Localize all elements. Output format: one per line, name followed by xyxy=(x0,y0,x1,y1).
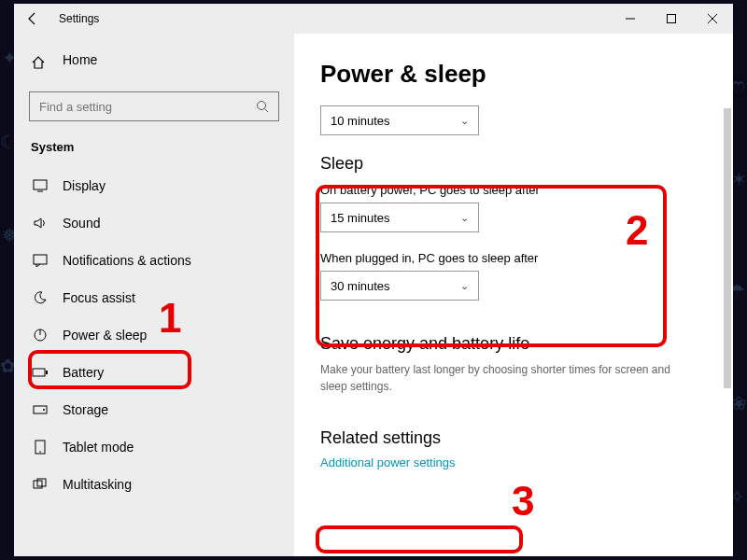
svg-point-4 xyxy=(258,102,266,110)
settings-window: Settings Home System Display Sou xyxy=(14,4,733,556)
sidebar: Home System Display Sound Notifications … xyxy=(14,34,294,556)
sidebar-item-notifications[interactable]: Notifications & actions xyxy=(14,242,294,279)
search-icon xyxy=(256,100,269,113)
sidebar-item-sound[interactable]: Sound xyxy=(14,204,294,242)
power-icon xyxy=(31,328,49,343)
battery-sleep-label: On battery power, PC goes to sleep after xyxy=(320,183,714,197)
nav-label: Power & sleep xyxy=(63,328,147,343)
titlebar: Settings xyxy=(14,4,733,34)
screen-timeout-dropdown[interactable]: 10 minutes ⌄ xyxy=(320,105,479,135)
svg-rect-8 xyxy=(34,255,47,264)
plugged-sleep-label: When plugged in, PC goes to sleep after xyxy=(320,251,714,265)
maximize-button[interactable] xyxy=(651,4,692,34)
window-title: Settings xyxy=(59,12,99,25)
dropdown-value: 15 minutes xyxy=(331,211,390,225)
additional-power-settings-link[interactable]: Additional power settings xyxy=(320,455,456,469)
scrollbar-thumb[interactable] xyxy=(724,108,731,388)
home-icon xyxy=(31,55,49,70)
dropdown-value: 30 minutes xyxy=(331,279,390,293)
chevron-down-icon: ⌄ xyxy=(460,280,469,292)
svg-rect-11 xyxy=(33,369,45,376)
nav-label: Focus assist xyxy=(63,290,135,305)
nav-label: Sound xyxy=(63,216,100,231)
notifications-icon xyxy=(31,254,49,267)
save-energy-desc: Make your battery last longer by choosin… xyxy=(320,361,694,395)
nav-label: Multitasking xyxy=(63,477,132,492)
back-button[interactable] xyxy=(14,4,51,34)
display-icon xyxy=(31,179,49,192)
storage-icon xyxy=(31,403,49,416)
svg-rect-6 xyxy=(34,180,47,189)
page-title: Power & sleep xyxy=(320,60,714,89)
nav-label: Tablet mode xyxy=(63,440,134,455)
close-button[interactable] xyxy=(692,4,733,34)
nav-label: Storage xyxy=(63,402,108,417)
content-area: Power & sleep 10 minutes ⌄ Sleep On batt… xyxy=(294,34,733,556)
home-label: Home xyxy=(63,52,97,67)
svg-line-5 xyxy=(265,109,269,113)
sidebar-item-storage[interactable]: Storage xyxy=(14,391,294,428)
tablet-icon xyxy=(31,440,49,455)
nav-label: Notifications & actions xyxy=(63,253,191,268)
focus-assist-icon xyxy=(31,290,49,305)
chevron-down-icon: ⌄ xyxy=(460,212,469,224)
dropdown-value: 10 minutes xyxy=(331,114,390,128)
sidebar-item-battery[interactable]: Battery xyxy=(14,354,294,391)
svg-point-16 xyxy=(39,451,41,453)
multitasking-icon xyxy=(31,478,49,491)
sidebar-item-tablet-mode[interactable]: Tablet mode xyxy=(14,428,294,466)
svg-rect-1 xyxy=(668,15,676,23)
battery-sleep-dropdown[interactable]: 15 minutes ⌄ xyxy=(320,203,479,232)
search-input[interactable] xyxy=(39,100,256,114)
chevron-down-icon: ⌄ xyxy=(460,115,469,127)
search-input-container[interactable] xyxy=(29,91,279,121)
svg-point-14 xyxy=(43,409,45,411)
sidebar-section-system: System xyxy=(14,134,294,167)
sidebar-item-power-sleep[interactable]: Power & sleep xyxy=(14,316,294,354)
svg-rect-12 xyxy=(46,371,48,374)
battery-icon xyxy=(31,367,49,378)
sound-icon xyxy=(31,217,49,230)
sidebar-item-display[interactable]: Display xyxy=(14,167,294,204)
sidebar-item-multitasking[interactable]: Multitasking xyxy=(14,466,294,503)
sleep-heading: Sleep xyxy=(320,154,714,174)
nav-label: Display xyxy=(63,178,106,193)
nav-label: Battery xyxy=(63,365,104,380)
home-nav[interactable]: Home xyxy=(14,43,294,82)
sidebar-item-focus-assist[interactable]: Focus assist xyxy=(14,279,294,316)
minimize-button[interactable] xyxy=(610,4,651,34)
plugged-sleep-dropdown[interactable]: 30 minutes ⌄ xyxy=(320,271,479,301)
related-settings-heading: Related settings xyxy=(320,428,714,448)
save-energy-heading: Save energy and battery life xyxy=(320,334,714,354)
